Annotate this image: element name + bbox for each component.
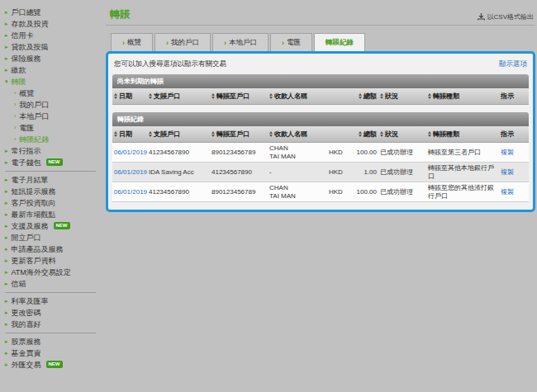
sort-icon[interactable] <box>428 131 431 137</box>
sort-icon[interactable] <box>380 131 383 137</box>
sidebar-item[interactable]: ▸更改密碼 <box>5 307 104 319</box>
sidebar-item[interactable]: ▸客戶投資取向 <box>5 197 104 209</box>
sort-icon[interactable] <box>380 93 383 99</box>
sidebar-item-label: 基金買賣 <box>12 349 41 357</box>
amount-value: 100.00 <box>357 188 377 196</box>
column-header: 收款人名稱 <box>268 126 327 142</box>
triangle-right-icon: ▸ <box>5 199 8 207</box>
column-header: 轉賬至戶口 <box>210 126 268 142</box>
sort-icon[interactable] <box>149 131 152 137</box>
sort-icon[interactable] <box>211 93 215 99</box>
triangle-right-icon: ▸ <box>5 187 8 196</box>
table-header-row: 日期支賬戶口轉賬至戶口收款人名稱總額狀況轉賬種類指示 <box>112 126 529 143</box>
download-icon <box>478 13 485 21</box>
sidebar-item-label: 更新客戶資料 <box>12 257 56 265</box>
sidebar-item[interactable]: ›電匯 <box>14 122 104 134</box>
column-header-label: 日期 <box>119 130 132 139</box>
tab-item[interactable]: ›概覽 <box>111 33 153 51</box>
cell-from: IDA Saving Acc <box>147 167 210 178</box>
sidebar-item[interactable]: ▸我的喜好 <box>5 319 104 330</box>
triangle-right-icon: ▸ <box>5 20 8 28</box>
export-csv-link[interactable]: 以CSV格式輸出 <box>478 12 534 21</box>
column-header-label: 日期 <box>119 92 132 101</box>
sort-icon[interactable] <box>269 93 273 99</box>
sidebar-item[interactable]: ▸存款及投資 <box>5 18 104 30</box>
table-section-title: 尚未到期的轉賬 <box>112 74 529 88</box>
chevron-right-icon: › <box>14 89 16 97</box>
sidebar-item[interactable]: ▸戶口總覽 <box>5 7 104 18</box>
sidebar-item[interactable]: ▾轉賬 <box>5 76 104 87</box>
sidebar-item[interactable]: ▸電子月結單 <box>5 174 104 186</box>
chevron-right-icon: › <box>14 112 16 120</box>
column-header: 總額 <box>327 126 378 142</box>
sidebar-item[interactable]: ▸基金買賣 <box>5 347 104 359</box>
amount-value: 1.00 <box>364 168 377 177</box>
sidebar-item[interactable]: ▸常行指示 <box>5 145 104 157</box>
table-row: 06/01/201941234567890890123456789CHAN TA… <box>112 182 529 202</box>
sidebar-item[interactable]: ▸利率及匯率 <box>5 295 104 307</box>
triangle-right-icon: ▸ <box>5 349 8 357</box>
copy-link[interactable]: 複製 <box>501 168 514 176</box>
show-options-link[interactable]: 顯示選項 <box>499 59 527 69</box>
sidebar-item[interactable]: ›我的戶口 <box>14 99 104 111</box>
sort-icon[interactable] <box>114 131 117 137</box>
tables-container: 尚未到期的轉賬日期支賬戶口轉賬至戶口收款人名稱總額狀況轉賬種類指示轉賬紀錄日期支… <box>112 74 529 202</box>
sort-icon[interactable] <box>269 131 273 137</box>
cell-action: 複製 <box>499 187 525 198</box>
transactions-table: 轉賬紀錄日期支賬戶口轉賬至戶口收款人名稱總額狀況轉賬種類指示06/01/2019… <box>112 112 529 202</box>
triangle-right-icon: ▸ <box>5 297 8 305</box>
sidebar-item[interactable]: ▸最新市場觀點 <box>5 209 104 220</box>
sidebar-item-label: 信箱 <box>12 280 26 288</box>
sidebar-item[interactable]: ›轉賬紀錄 <box>14 134 104 145</box>
sidebar-item[interactable]: ▸更新客戶資料 <box>5 255 104 267</box>
page: ▸戶口總覽▸存款及投資▸信用卡▸貸款及按揭▸保險服務▸繳款▾轉賬›概覽›我的戶口… <box>0 0 537 392</box>
sort-icon[interactable] <box>359 131 362 137</box>
sidebar-item[interactable]: ▸貸款及按揭 <box>5 41 104 53</box>
column-header-label: 轉賬種類 <box>433 92 459 101</box>
sidebar-item[interactable]: ▸ATM海外交易設定 <box>5 267 104 278</box>
date-link[interactable]: 06/01/2019 <box>114 168 147 176</box>
sidebar-item[interactable]: ▸支援及服務NEW <box>5 220 104 232</box>
column-header-label: 轉賬至戶口 <box>216 92 249 101</box>
copy-link[interactable]: 複製 <box>501 188 514 196</box>
sort-icon[interactable] <box>114 93 117 99</box>
transactions-table: 尚未到期的轉賬日期支賬戶口轉賬至戶口收款人名稱總額狀況轉賬種類指示 <box>112 74 529 105</box>
currency-label: HKD <box>329 149 343 157</box>
sort-icon[interactable] <box>211 131 215 137</box>
triangle-right-icon: ▸ <box>5 245 8 253</box>
sidebar-item[interactable]: ▸信箱 <box>5 278 104 290</box>
sidebar-item[interactable]: ▸電子錢包NEW <box>5 157 104 168</box>
sidebar-item[interactable]: ▸短訊提示服務 <box>5 186 104 197</box>
sidebar-item[interactable]: ›本地戶口 <box>14 111 104 122</box>
cell-status: 已成功辦理 <box>378 147 426 158</box>
triangle-right-icon: ▸ <box>5 54 8 63</box>
sidebar-item-label: 股票服務 <box>12 338 41 346</box>
column-header: 轉賬至戶口 <box>210 88 268 104</box>
date-link[interactable]: 06/01/2019 <box>114 149 147 156</box>
sidebar-item[interactable]: ›概覽 <box>14 87 104 99</box>
sort-icon[interactable] <box>428 93 431 99</box>
sidebar-item-label: 繳款 <box>12 66 26 74</box>
copy-link[interactable]: 複製 <box>501 149 514 156</box>
sidebar-item[interactable]: ▸外匯交易NEW <box>5 359 104 371</box>
tab-item[interactable]: ›我的戶口 <box>154 33 211 51</box>
sort-icon[interactable] <box>149 93 152 99</box>
triangle-right-icon: ▸ <box>5 234 8 242</box>
date-link[interactable]: 06/01/2019 <box>114 188 147 196</box>
sidebar-item-label: 貸款及按揭 <box>12 43 49 51</box>
sidebar-item[interactable]: ▸信用卡 <box>5 30 104 41</box>
sidebar-item[interactable]: ▸申請產品及服務 <box>5 243 104 255</box>
sidebar-item[interactable]: ▸開立戶口 <box>5 232 104 243</box>
tab-item[interactable]: ›電匯 <box>270 33 312 51</box>
tab-item[interactable]: ›本地戶口 <box>212 33 268 51</box>
sidebar-item[interactable]: ▸保險服務 <box>5 53 104 64</box>
cell-from: 41234567890 <box>147 147 210 158</box>
sort-icon[interactable] <box>359 93 362 99</box>
tab-active[interactable]: 轉賬紀錄 <box>314 33 365 51</box>
cell-type: 轉賬至其他本地銀行戶口 <box>426 163 499 182</box>
sidebar-item-label: 利率及匯率 <box>12 297 49 305</box>
column-header-label: 狀況 <box>385 92 398 101</box>
sidebar-item[interactable]: ▸繳款 <box>5 64 104 76</box>
sidebar-item[interactable]: ▸股票服務 <box>5 336 104 347</box>
cell-from: 41234567890 <box>147 187 210 198</box>
